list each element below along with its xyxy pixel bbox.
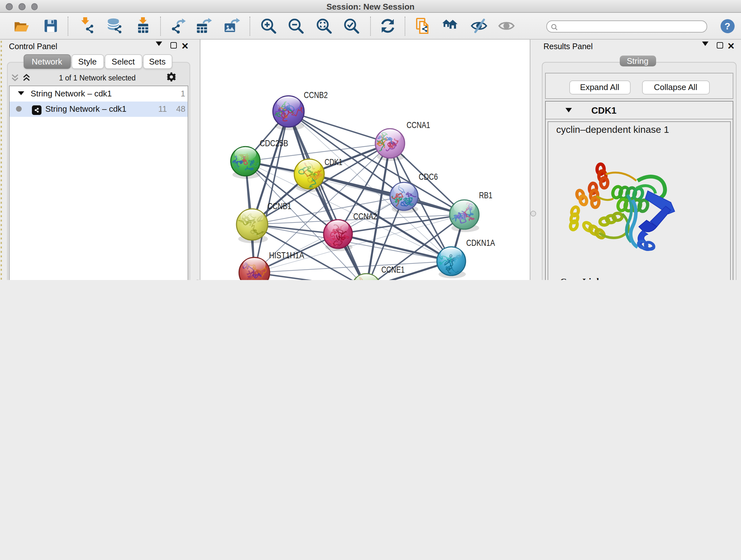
svg-text:CCNB2: CCNB2 (304, 90, 328, 100)
svg-text:CCNE1: CCNE1 (381, 264, 405, 274)
svg-text:CDC6: CDC6 (419, 172, 438, 181)
svg-text:HIST1H1A: HIST1H1A (269, 250, 304, 260)
svg-text:CCNA1: CCNA1 (407, 120, 430, 130)
svg-text:CDKN1A: CDKN1A (466, 238, 495, 247)
svg-text:CDK1: CDK1 (325, 157, 342, 167)
svg-text:CCNA2: CCNA2 (353, 211, 377, 221)
svg-text:CDC25B: CDC25B (260, 138, 288, 148)
svg-text:CCNB1: CCNB1 (267, 201, 291, 211)
svg-text:RB1: RB1 (479, 190, 492, 200)
